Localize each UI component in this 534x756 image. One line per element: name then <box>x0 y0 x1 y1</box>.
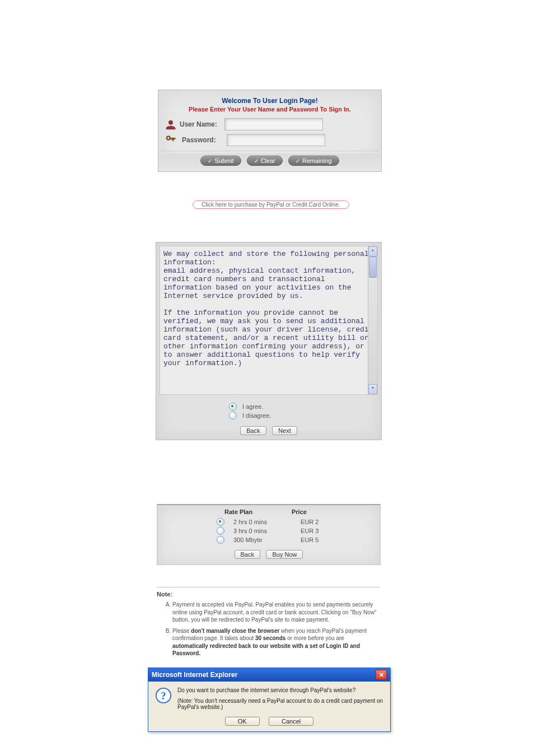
rate-radio-0[interactable] <box>217 518 224 526</box>
scroll-thumb[interactable] <box>369 256 377 278</box>
rate-radio-1[interactable] <box>217 527 224 535</box>
rate-header-price: Price <box>292 508 359 515</box>
dialog-cancel-button[interactable]: Cancel <box>269 717 313 726</box>
purchase-link[interactable]: Click here to purchase by PayPal or Cred… <box>193 200 349 209</box>
login-subtitle: Please Enter Your User Name and Password… <box>162 106 378 113</box>
radio-agree-label: I agree. <box>242 403 263 410</box>
rate-plan-1: 3 hrs 0 mins <box>233 528 301 534</box>
rate-price-2: EUR 5 <box>301 536 368 543</box>
radio-agree[interactable] <box>229 403 237 410</box>
note-block: Note: Payment is accepted via PayPal. Pa… <box>157 586 380 661</box>
password-input[interactable] <box>227 134 325 146</box>
note-item-b: Please don't manually close the browser … <box>172 627 380 657</box>
scroll-up-icon[interactable]: ▴ <box>368 246 377 256</box>
rate-radio-2[interactable] <box>217 536 224 544</box>
clear-label: Clear <box>261 157 275 164</box>
radio-disagree[interactable] <box>229 412 237 419</box>
agreement-para2: email address, physical contact informat… <box>163 267 374 300</box>
agreement-para1: We may collect and store the following p… <box>163 250 374 267</box>
login-panel: Welcome To User Login Page! Please Enter… <box>158 90 382 172</box>
dialog-message-1: Do you want to purchase the internet ser… <box>177 687 383 693</box>
scrollbar[interactable]: ▴ ▾ <box>368 246 377 394</box>
radio-disagree-label: I disagree. <box>242 412 271 419</box>
agreement-back-button[interactable]: Back <box>240 426 266 435</box>
agreement-textarea[interactable]: We may collect and store the following p… <box>160 246 378 395</box>
agreement-next-button[interactable]: Next <box>272 426 297 435</box>
agreement-para3: If the information you provide cannot be… <box>163 309 374 367</box>
rate-back-button[interactable]: Back <box>235 550 260 559</box>
rate-plan-panel: Rate Plan Price 2 hrs 0 mins EUR 2 3 hrs… <box>157 504 381 565</box>
remaining-button[interactable]: ✓Remaining <box>288 156 339 166</box>
svg-text:?: ? <box>161 690 166 702</box>
submit-label: Submit <box>214 157 233 164</box>
rate-header-plan: Rate Plan <box>224 508 292 515</box>
note-item-a: Payment is accepted via PayPal. PayPal e… <box>172 601 380 624</box>
login-title: Welcome To User Login Page! <box>162 97 378 105</box>
rate-plan-0: 2 hrs 0 mins <box>233 519 301 525</box>
rate-price-0: EUR 2 <box>301 519 368 525</box>
ie-confirm-dialog: Microsoft Internet Explorer ✕ ? Do you w… <box>148 668 391 732</box>
username-input[interactable] <box>224 118 323 130</box>
agreement-panel: We may collect and store the following p… <box>156 242 382 440</box>
clear-button[interactable]: ✓Clear <box>247 156 283 166</box>
rate-row: 2 hrs 0 mins EUR 2 <box>157 517 380 526</box>
scroll-down-icon[interactable]: ▾ <box>368 384 377 394</box>
question-icon: ? <box>155 687 172 710</box>
submit-button[interactable]: ✓Submit <box>200 156 241 166</box>
buy-now-button[interactable]: Buy Now <box>266 550 303 559</box>
user-icon <box>165 119 175 129</box>
dialog-title: Microsoft Internet Explorer <box>152 671 237 679</box>
rate-plan-2: 300 Mbyte <box>233 536 301 543</box>
password-label: Password: <box>182 136 227 144</box>
rate-price-1: EUR 3 <box>301 528 368 534</box>
close-icon: ✕ <box>379 672 384 678</box>
rate-row: 300 Mbyte EUR 5 <box>157 535 380 544</box>
dialog-message-2: (Note: You don't necessarily need a PayP… <box>177 698 383 710</box>
username-label: User Name: <box>180 120 224 128</box>
rate-row: 3 hrs 0 mins EUR 3 <box>157 526 380 535</box>
dialog-close-button[interactable]: ✕ <box>376 670 387 680</box>
dialog-ok-button[interactable]: OK <box>225 717 260 726</box>
remaining-label: Remaining <box>302 157 332 164</box>
note-heading: Note: <box>157 591 380 598</box>
key-icon <box>165 134 177 146</box>
